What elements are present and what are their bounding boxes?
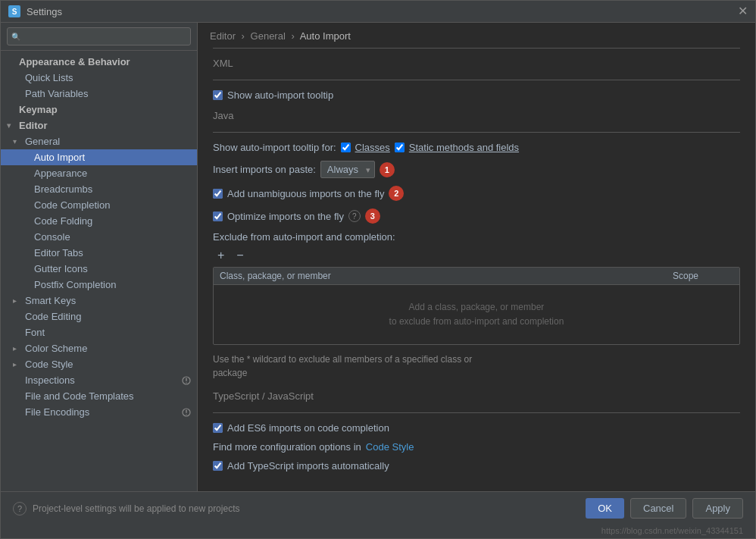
sidebar-item-auto-import[interactable]: Auto Import — [1, 149, 197, 165]
svg-rect-2 — [186, 382, 186, 383]
settings-window: S Settings ✕ Appearance & Behavior Q — [0, 0, 756, 539]
show-tooltip-label: Show auto-import tooltip — [227, 89, 333, 101]
sidebar-item-code-style[interactable]: Code Style — [1, 356, 197, 372]
sidebar-label: General — [25, 136, 60, 147]
ts-imports-label: Add TypeScript imports automatically — [227, 460, 389, 472]
es6-row: Add ES6 imports on code completion — [213, 422, 740, 434]
find-more-prefix: Find more configuration options in — [213, 441, 361, 453]
sidebar-item-code-folding[interactable]: Code Folding — [1, 213, 197, 229]
sidebar-item-console[interactable]: Console — [1, 229, 197, 245]
sidebar-item-gutter-icons[interactable]: Gutter Icons — [1, 261, 197, 277]
insert-imports-row: Insert imports on paste: Always Ask Neve… — [213, 161, 740, 178]
sidebar-label: Code Completion — [34, 199, 110, 211]
app-icon: S — [8, 5, 20, 17]
sidebar-item-breadcrumbs[interactable]: Breadcrumbs — [1, 181, 197, 197]
sidebar-item-font[interactable]: Font — [1, 324, 197, 340]
sidebar-item-keymap[interactable]: Keymap — [1, 102, 197, 118]
window-title: Settings — [27, 6, 62, 17]
exclude-section: Exclude from auto-import and completion:… — [213, 231, 740, 345]
triangle-icon — [13, 360, 22, 368]
show-tooltip-checkbox[interactable] — [213, 90, 223, 100]
sidebar-item-path-variables[interactable]: Path Variables — [1, 86, 197, 102]
sidebar-tree: Appearance & Behavior Quick Lists Path V… — [1, 51, 197, 491]
help-icon[interactable]: ? — [348, 210, 361, 222]
sidebar-item-appearance[interactable]: Appearance — [1, 165, 197, 181]
sidebar-item-inspections[interactable]: Inspections — [1, 372, 197, 388]
ts-imports-checkbox[interactable] — [213, 461, 223, 471]
triangle-icon — [13, 344, 22, 353]
java-section-header: Java — [213, 110, 740, 124]
sidebar-label: Font — [25, 327, 45, 338]
svg-rect-4 — [186, 409, 186, 413]
tooltip-for-prefix: Show auto-import tooltip for: — [213, 142, 336, 153]
badge-2: 2 — [389, 186, 404, 201]
breadcrumb-sep2: › — [291, 30, 294, 42]
es6-checkbox[interactable] — [213, 423, 223, 433]
footer-left: ? Project-level settings will be applied… — [13, 502, 239, 515]
sidebar-item-editor[interactable]: Editor — [1, 118, 197, 133]
exclude-label: Exclude from auto-import and completion: — [213, 231, 740, 243]
optimize-label: Optimize imports on the fly — [227, 211, 344, 222]
optimize-checkbox[interactable] — [213, 212, 223, 221]
unambiguous-checkbox[interactable] — [213, 189, 223, 199]
wildcard-note: Use the * wildcard to exclude all member… — [213, 353, 740, 380]
sidebar-item-code-editing[interactable]: Code Editing — [1, 309, 197, 324]
search-input[interactable] — [7, 27, 191, 45]
col-class-header: Class, package, or member — [220, 271, 673, 281]
java-label: Java — [213, 110, 233, 121]
footer-help-icon[interactable]: ? — [13, 502, 27, 515]
breadcrumb-editor: Editor — [210, 30, 236, 42]
sidebar-item-file-encodings[interactable]: File Encodings — [1, 404, 197, 420]
cancel-button[interactable]: Cancel — [630, 498, 686, 519]
sidebar-item-postfix-completion[interactable]: Postfix Completion — [1, 277, 197, 293]
optimize-row: Optimize imports on the fly ? 3 — [213, 208, 740, 224]
ts-imports-row: Add TypeScript imports automatically — [213, 460, 740, 472]
settings-icon — [182, 376, 191, 385]
sidebar-label: File Encodings — [25, 406, 89, 418]
content-body: XML Show auto-import tooltip Java Show a… — [198, 49, 755, 491]
svg-rect-5 — [186, 414, 186, 415]
sidebar-item-file-code-templates[interactable]: File and Code Templates — [1, 388, 197, 404]
classes-checkbox[interactable] — [341, 143, 351, 152]
typescript-divider — [213, 412, 740, 413]
sidebar: Appearance & Behavior Quick Lists Path V… — [1, 23, 198, 491]
close-button[interactable]: ✕ — [738, 5, 748, 17]
sidebar-label: Breadcrumbs — [34, 183, 92, 195]
ok-button[interactable]: OK — [586, 498, 624, 519]
sidebar-item-appearance-behavior[interactable]: Appearance & Behavior — [1, 54, 197, 70]
static-checkbox[interactable] — [395, 143, 405, 152]
remove-exclude-button[interactable]: − — [232, 247, 248, 264]
sidebar-item-smart-keys[interactable]: Smart Keys — [1, 293, 197, 309]
sidebar-item-quick-lists[interactable]: Quick Lists — [1, 70, 197, 86]
url-text: https://blog.csdn.net/weixin_43344151 — [601, 526, 743, 535]
sidebar-label: Color Scheme — [25, 343, 87, 354]
svg-rect-1 — [186, 378, 186, 381]
breadcrumb-auto-import: Auto Import — [300, 30, 351, 42]
xml-divider — [213, 80, 740, 80]
triangle-icon — [13, 137, 22, 146]
sidebar-label: Inspections — [25, 374, 75, 386]
triangle-icon — [7, 121, 16, 130]
code-style-link[interactable]: Code Style — [366, 441, 414, 453]
breadcrumb-general: General — [251, 30, 286, 42]
empty-line1: Add a class, package, or member — [220, 300, 733, 315]
sidebar-label: Auto Import — [34, 152, 85, 163]
xml-section-header: XML — [213, 58, 740, 72]
empty-line2: to exclude from auto-import and completi… — [220, 315, 733, 329]
sidebar-label: Quick Lists — [25, 72, 73, 83]
sidebar-label: Editor Tabs — [34, 247, 83, 259]
title-bar: S Settings ✕ — [1, 1, 755, 23]
sidebar-item-editor-tabs[interactable]: Editor Tabs — [1, 245, 197, 261]
sidebar-item-color-scheme[interactable]: Color Scheme — [1, 340, 197, 356]
sidebar-item-code-completion[interactable]: Code Completion — [1, 197, 197, 213]
insert-imports-label: Insert imports on paste: — [213, 164, 316, 175]
breadcrumb-sep1: › — [242, 30, 245, 42]
insert-imports-select[interactable]: Always Ask Never — [320, 161, 375, 178]
find-more-row: Find more configuration options in Code … — [213, 441, 740, 453]
breadcrumb: Editor › General › Auto Import — [198, 23, 755, 48]
sidebar-item-general[interactable]: General — [1, 133, 197, 149]
sidebar-label: Console — [34, 231, 70, 243]
unambiguous-row: Add unambiguous imports on the fly 2 — [213, 186, 740, 201]
apply-button[interactable]: Apply — [692, 498, 743, 519]
add-exclude-button[interactable]: + — [213, 247, 229, 264]
